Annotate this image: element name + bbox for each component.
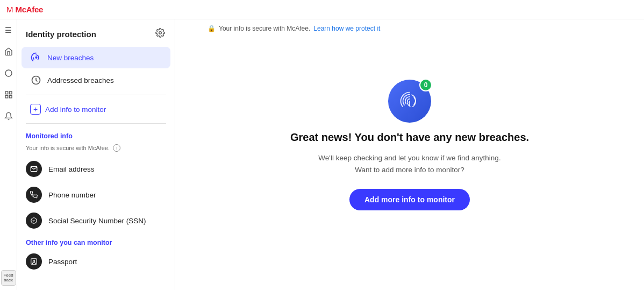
svg-rect-2 xyxy=(9,91,12,94)
email-label: Email address xyxy=(48,165,95,173)
clock-icon xyxy=(30,74,42,86)
monitored-section-label: Monitored info xyxy=(17,127,175,142)
content-secure-text: Your info is secure with McAfee. xyxy=(219,25,310,32)
home-icon[interactable] xyxy=(2,45,15,58)
sidebar-title: Identity protection xyxy=(26,30,96,39)
svg-point-0 xyxy=(5,70,12,76)
addressed-breaches-label: Addressed breaches xyxy=(47,76,114,84)
new-breaches-label: New breaches xyxy=(47,54,94,62)
svg-point-10 xyxy=(33,260,35,263)
passport-icon xyxy=(26,253,42,270)
divider-2 xyxy=(26,123,166,124)
sidebar-header: Identity protection xyxy=(17,19,175,46)
svg-rect-3 xyxy=(5,95,8,98)
mcafee-logo: M McAfee xyxy=(6,5,43,14)
settings-button[interactable] xyxy=(154,27,166,41)
svg-rect-1 xyxy=(5,91,8,94)
subtext-line2: Want to add more info to monitor? xyxy=(355,166,464,174)
phone-label: Phone number xyxy=(48,191,96,199)
svg-point-5 xyxy=(159,32,162,34)
plus-icon: + xyxy=(30,104,41,115)
feedback-button[interactable]: Feed back xyxy=(1,270,16,286)
add-more-info-button[interactable]: Add more info to monitor xyxy=(349,189,470,210)
content-area: 🔒 Your info is secure with McAfee. Learn… xyxy=(175,19,644,290)
topbar: M McAfee xyxy=(0,0,644,19)
nav-item-new-breaches[interactable]: New breaches xyxy=(22,47,170,68)
subtext-line1: We'll keep checking and let you know if … xyxy=(318,154,500,162)
fingerprint-nav-icon xyxy=(30,52,42,63)
icon-rail: ☰ Feed back xyxy=(0,19,17,290)
svg-point-6 xyxy=(35,57,37,58)
sidebar: Identity protection New breaches xyxy=(17,19,175,290)
content-main: 0 Great news! You don't have any new bre… xyxy=(290,32,529,290)
secure-note-text: Your info is secure with McAfee. xyxy=(26,145,110,151)
breach-count-badge: 0 xyxy=(419,79,432,91)
main-layout: ☰ Feed back Identity prot xyxy=(0,19,644,290)
svg-rect-9 xyxy=(31,259,37,265)
info-icon[interactable]: i xyxy=(113,144,120,152)
monitored-item-ssn[interactable]: Social Security Number (SSN) xyxy=(17,208,175,234)
monitored-item-email[interactable]: Email address xyxy=(17,156,175,182)
circle-icon[interactable] xyxy=(2,67,15,80)
add-info-button[interactable]: + Add info to monitor xyxy=(22,100,170,119)
ssn-icon xyxy=(26,213,42,229)
bell-icon[interactable] xyxy=(2,110,15,123)
no-breaches-heading: Great news! You don't have any new breac… xyxy=(290,131,529,144)
svg-rect-4 xyxy=(9,95,12,98)
phone-icon xyxy=(26,187,42,203)
email-icon xyxy=(26,161,42,177)
mcafee-logo-icon: M xyxy=(6,5,13,14)
content-subtext: We'll keep checking and let you know if … xyxy=(318,152,500,175)
nav-item-addressed-breaches[interactable]: Addressed breaches xyxy=(22,69,170,91)
monitored-item-passport[interactable]: Passport xyxy=(17,249,175,274)
secure-note: Your info is secure with McAfee. i xyxy=(17,142,175,156)
grid-icon[interactable] xyxy=(2,88,15,101)
lock-icon: 🔒 xyxy=(207,25,216,32)
mcafee-logo-text: McAfee xyxy=(16,5,44,14)
menu-icon[interactable]: ☰ xyxy=(2,24,15,37)
passport-label: Passport xyxy=(48,258,77,266)
divider-1 xyxy=(26,95,166,95)
learn-how-link[interactable]: Learn how we protect it xyxy=(313,25,380,32)
fingerprint-badge-container: 0 xyxy=(388,80,431,123)
add-info-label: Add info to monitor xyxy=(45,105,106,114)
content-security-note: 🔒 Your info is secure with McAfee. Learn… xyxy=(207,19,380,32)
monitored-item-phone[interactable]: Phone number xyxy=(17,182,175,208)
other-section-label: Other info you can monitor xyxy=(17,234,175,249)
ssn-label: Social Security Number (SSN) xyxy=(48,217,146,225)
